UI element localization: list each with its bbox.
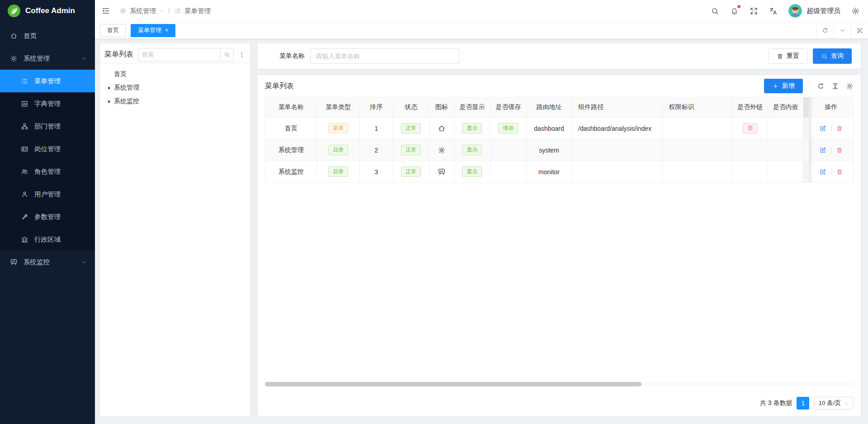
content: 菜单列表 首页系统管理系统监控 菜单名称 重置 — [95, 39, 868, 424]
cell-embed — [768, 139, 803, 161]
refresh-icon — [822, 27, 829, 34]
column-header-embed: 是否内嵌 — [768, 97, 803, 118]
page-1-button[interactable]: 1 — [797, 397, 809, 410]
user-menu[interactable]: 超级管理员 — [788, 4, 840, 18]
delete-button[interactable] — [836, 125, 843, 132]
tab-menu-management[interactable]: 菜单管理× — [131, 24, 175, 37]
edit-button[interactable] — [819, 125, 826, 132]
roles-icon — [21, 168, 28, 176]
tree-item-system-monitor[interactable]: 系统监控 — [100, 95, 250, 108]
expand-triangle-icon[interactable] — [106, 85, 113, 91]
settings-gear-icon[interactable] — [851, 7, 860, 15]
edit-button[interactable] — [819, 168, 826, 176]
sidebar-item-home[interactable]: 首页 — [0, 24, 95, 47]
cell-ops — [809, 118, 853, 139]
delete-button[interactable] — [836, 168, 843, 176]
logo[interactable]: Coffee Admin — [0, 0, 95, 22]
search-icon[interactable] — [711, 7, 719, 15]
sidebar-item-label: 首页 — [24, 32, 87, 40]
total-count: 共 3 条数据 — [760, 399, 793, 407]
sidebar-item-param-management[interactable]: 参数管理 — [0, 205, 95, 228]
cell-type: 菜单 — [317, 118, 359, 139]
tab-options-button[interactable] — [834, 22, 851, 38]
vertical-scrollbar[interactable] — [803, 118, 809, 139]
collapse-sidebar-icon[interactable] — [101, 6, 110, 15]
cell-embed — [768, 118, 803, 139]
status-tag: 正常 — [401, 145, 421, 155]
expand-triangle-icon[interactable] — [106, 98, 113, 105]
sidebar-item-post-management[interactable]: 岗位管理 — [0, 138, 95, 160]
sidebar-item-menu-management[interactable]: 菜单管理 — [0, 70, 95, 92]
horizontal-scrollbar[interactable] — [265, 382, 854, 386]
avatar — [788, 4, 802, 18]
gear-icon — [438, 146, 446, 154]
sidebar-item-system-management[interactable]: 系统管理 — [0, 47, 95, 70]
sidebar-item-user-management[interactable]: 用户管理 — [0, 183, 95, 205]
tree-item-home[interactable]: 首页 — [100, 67, 250, 81]
tree-search-input[interactable] — [138, 48, 220, 62]
breadcrumb-label: 系统管理 — [130, 7, 156, 15]
search-icon — [821, 53, 828, 60]
vertical-scrollbar[interactable] — [803, 139, 809, 161]
cell-embed — [768, 161, 803, 183]
menu-name-input[interactable] — [310, 48, 459, 64]
sidebar-item-label: 行政区域 — [34, 235, 87, 244]
sidebar-item-role-management[interactable]: 角色管理 — [0, 160, 95, 183]
tree-item-label: 首页 — [114, 70, 127, 78]
edit-button[interactable] — [819, 147, 826, 154]
vertical-scrollbar[interactable] — [803, 97, 809, 118]
tree-search-button[interactable] — [220, 48, 234, 62]
column-header-name: 菜单名称 — [265, 97, 317, 118]
sidebar-item-dict-management[interactable]: 字典管理 — [0, 92, 95, 115]
column-settings-gear-icon[interactable] — [846, 82, 854, 90]
row-height-icon[interactable] — [831, 82, 839, 90]
user-name: 超级管理员 — [807, 7, 840, 15]
cell-external — [732, 161, 768, 183]
breadcrumb-item-system-management[interactable]: 系统管理 — [119, 7, 164, 15]
column-header-component: 组件路径 — [572, 97, 663, 118]
cell-perm — [662, 139, 732, 161]
sidebar-item-dept-management[interactable]: 部门管理 — [0, 115, 95, 138]
cell-status: 正常 — [393, 161, 429, 183]
sidebar-item-admin-region[interactable]: 行政区域 — [0, 228, 95, 251]
notifications-bell-icon[interactable] — [730, 7, 739, 15]
home-icon — [10, 32, 18, 40]
bell-icon — [730, 7, 739, 15]
trash-icon — [777, 53, 783, 60]
reset-button[interactable]: 重置 — [769, 48, 807, 64]
cell-perm — [662, 118, 732, 139]
translate-icon[interactable] — [769, 7, 778, 15]
refresh-tab-button[interactable] — [816, 22, 834, 38]
cell-sort: 2 — [359, 139, 393, 161]
cell-external: 否 — [732, 118, 768, 139]
tree-search — [138, 48, 234, 62]
cell-route: dashboard — [526, 118, 571, 139]
vertical-scrollbar[interactable] — [803, 161, 809, 183]
sidebar-item-system-monitor[interactable]: 系统监控 — [0, 251, 95, 273]
refresh-table-icon[interactable] — [817, 82, 825, 90]
topbar: 系统管理 / 菜单管理 — [95, 0, 868, 22]
page-size-select[interactable]: 10 条/页 — [814, 397, 854, 410]
delete-button[interactable] — [836, 147, 843, 154]
status-tag: 正常 — [401, 123, 421, 133]
table-card: 菜单列表 新增 菜单名称菜单类型排 — [258, 75, 861, 416]
tab-home[interactable]: 首页 — [100, 24, 126, 37]
fullscreen-icon[interactable] — [750, 7, 758, 15]
add-button[interactable]: 新增 — [764, 79, 803, 93]
list-icon — [174, 7, 181, 14]
chevron-down-icon — [159, 9, 164, 14]
divider — [831, 147, 831, 153]
close-icon[interactable]: × — [165, 28, 168, 33]
cell-sort: 3 — [359, 161, 393, 183]
breadcrumb-item-menu-management[interactable]: 菜单管理 — [174, 7, 211, 15]
sidebar-item-label: 系统管理 — [24, 54, 75, 63]
kebab-menu-icon[interactable] — [238, 51, 245, 59]
wrench-icon — [21, 213, 28, 221]
tree-item-system-management[interactable]: 系统管理 — [100, 81, 250, 95]
search-button[interactable]: 查询 — [813, 48, 852, 64]
table-tools: 新增 — [764, 79, 854, 93]
table-area: 菜单名称菜单类型排序状态图标是否显示是否缓存路由地址组件路径权限标识是否外链是否… — [265, 97, 854, 386]
maximize-content-button[interactable] — [851, 22, 868, 38]
scrollbar-thumb[interactable] — [265, 382, 642, 386]
column-header-cache: 是否缓存 — [490, 97, 526, 118]
